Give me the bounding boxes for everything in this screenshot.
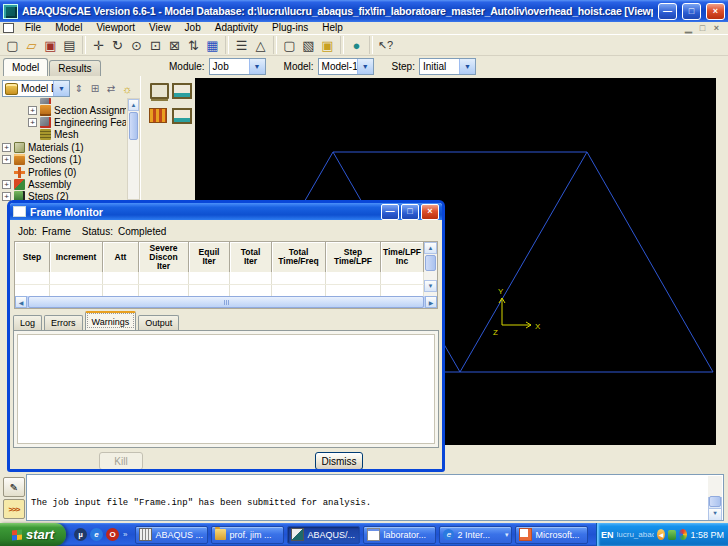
open-file-icon[interactable]: ▱	[22, 36, 41, 55]
tab-results[interactable]: Results	[49, 60, 100, 76]
menu-adaptivity[interactable]: Adaptivity	[208, 22, 265, 34]
restore-button[interactable]: □	[682, 3, 701, 20]
internet-explorer-icon[interactable]: e	[90, 528, 103, 541]
quick-launch-overflow-icon[interactable]: »	[123, 530, 127, 539]
context-help-icon[interactable]: ↖?	[376, 36, 395, 55]
wireframe-view-icon[interactable]: ▢	[280, 36, 299, 55]
utorrent-icon[interactable]: µ	[74, 528, 87, 541]
magnify-icon[interactable]: ⊙	[127, 36, 146, 55]
menu-viewport[interactable]: Viewport	[89, 22, 142, 34]
group-chevron-icon[interactable]: ▾	[505, 531, 509, 539]
language-indicator[interactable]: EN	[601, 530, 614, 540]
mdi-minimize-button[interactable]: ▁	[683, 23, 694, 33]
message-log[interactable]: The job input file "Frame.inp" has been …	[26, 474, 724, 521]
menu-view[interactable]: View	[142, 22, 178, 34]
task-button-internet-group[interactable]: e 2 Inter... ▾	[439, 526, 512, 544]
tab-model[interactable]: Model	[3, 58, 48, 76]
annotate-icon[interactable]: △	[251, 36, 270, 55]
dismiss-button[interactable]: Dismiss	[315, 452, 363, 470]
dialog-titlebar[interactable]: Frame Monitor — □ ×	[10, 203, 442, 220]
task-button-abaqus-docs[interactable]: ABAQUS ...	[135, 526, 208, 544]
task-button-abaqus-cae[interactable]: ABAQUS/...	[287, 526, 360, 544]
edit-job-icon[interactable]	[171, 106, 193, 125]
start-button[interactable]: start	[0, 523, 66, 546]
scroll-right-icon[interactable]: ▶	[425, 296, 437, 308]
table-horizontal-scrollbar[interactable]: ◀ ▶	[15, 296, 437, 308]
axis-triad	[499, 298, 531, 328]
tree-item-section-assignments[interactable]: + Section Assignm	[2, 104, 126, 116]
mdi-close-button[interactable]: ×	[711, 23, 722, 33]
tray-browser-icon[interactable]	[679, 529, 688, 540]
context-bar: Model Results Module: Job ▼ Model: Model…	[0, 56, 728, 76]
close-button[interactable]: ×	[706, 3, 725, 20]
sort-arrows-icon[interactable]: ⇕	[72, 81, 86, 96]
tree-item-profiles[interactable]: Profiles (0)	[2, 166, 126, 178]
tree-item-assembly[interactable]: + Assembly	[2, 178, 126, 190]
job-manager-icon[interactable]	[148, 81, 170, 100]
job-label: Job:	[18, 226, 37, 237]
save-icon[interactable]: ▣	[41, 36, 60, 55]
dialog-minimize-button[interactable]: —	[381, 204, 399, 220]
tab-output[interactable]: Output	[138, 315, 179, 330]
tree-item-engineering-features[interactable]: + Engineering Fea	[2, 116, 126, 128]
hide-icons-chevron-icon[interactable]: ◀	[657, 529, 666, 540]
scrollbar-thumb[interactable]	[709, 496, 721, 507]
new-file-icon[interactable]: ▢	[3, 36, 22, 55]
menu-help[interactable]: Help	[315, 22, 350, 34]
menu-model[interactable]: Model	[48, 22, 89, 34]
dialog-maximize-button[interactable]: □	[401, 204, 419, 220]
tray-app-icon[interactable]	[668, 530, 676, 540]
render-sphere-icon[interactable]: ●	[347, 36, 366, 55]
mdi-document-icon[interactable]	[3, 23, 14, 33]
scroll-left-icon[interactable]: ◀	[15, 296, 27, 308]
fit-view-icon[interactable]: ⊠	[165, 36, 184, 55]
task-button-folder[interactable]: prof. jim ...	[211, 526, 284, 544]
step-select[interactable]: Initial ▼	[419, 58, 476, 75]
menu-plugins[interactable]: Plug-ins	[265, 22, 315, 34]
menu-file[interactable]: File	[18, 22, 48, 34]
link-objects-icon[interactable]: ⇄	[104, 81, 118, 96]
menu-job[interactable]: Job	[178, 22, 208, 34]
scroll-down-icon[interactable]: ▼	[424, 280, 437, 292]
scroll-up-icon[interactable]: ▲	[424, 242, 437, 254]
hidden-line-view-icon[interactable]: ▧	[299, 36, 318, 55]
view-table-icon[interactable]: ▦	[203, 36, 222, 55]
scrollbar-thumb[interactable]	[28, 296, 424, 308]
model-select[interactable]: Model-1 ▼	[318, 58, 374, 75]
scrollbar-thumb[interactable]	[425, 255, 436, 271]
scroll-down-icon[interactable]: ▼	[708, 508, 722, 521]
tab-warnings[interactable]: Warnings	[85, 311, 137, 330]
tab-log[interactable]: Log	[13, 315, 42, 330]
shaded-view-icon[interactable]: ▣	[318, 36, 337, 55]
adaptivity-manager-icon[interactable]	[147, 106, 169, 125]
expand-all-icon[interactable]: ⊞	[88, 81, 102, 96]
table-vertical-scrollbar[interactable]: ▲ ▼	[424, 242, 437, 296]
module-select[interactable]: Job ▼	[209, 58, 266, 75]
scrollbar-thumb[interactable]	[129, 112, 138, 140]
command-prompt-icon[interactable]: >>>	[3, 499, 25, 519]
message-log-icon[interactable]: ✎	[3, 477, 25, 497]
create-job-icon[interactable]	[171, 81, 193, 100]
minimize-button[interactable]: —	[658, 3, 677, 20]
tree-item-sections[interactable]: + Sections (1)	[2, 154, 126, 166]
pan-icon[interactable]: ✛	[89, 36, 108, 55]
render-beam-icon[interactable]: ☰	[232, 36, 251, 55]
task-button-powerpoint[interactable]: Microsoft...	[515, 526, 588, 544]
hints-bulb-icon[interactable]: ☼	[120, 81, 134, 96]
tree-scrollbar[interactable]: ▲	[127, 98, 140, 200]
mdi-restore-button[interactable]: □	[697, 23, 708, 33]
tab-errors[interactable]: Errors	[44, 315, 83, 330]
scale-view-icon[interactable]: ⇅	[184, 36, 203, 55]
tree-source-select[interactable]: Model Datab ▼	[2, 80, 70, 97]
tree-item-materials[interactable]: + Materials (1)	[2, 141, 126, 153]
rotate-icon[interactable]: ↻	[108, 36, 127, 55]
print-icon[interactable]: ▤	[60, 36, 79, 55]
dialog-close-button[interactable]: ×	[421, 204, 439, 220]
zoom-region-icon[interactable]: ⊡	[146, 36, 165, 55]
kill-button[interactable]: Kill	[99, 452, 143, 470]
opera-icon[interactable]: O	[106, 528, 119, 541]
tree-item-mesh[interactable]: Mesh	[2, 129, 126, 141]
scroll-up-icon[interactable]: ▲	[128, 99, 139, 111]
message-scrollbar[interactable]: ▲ ▼	[708, 476, 722, 521]
task-button-laborator-doc[interactable]: laborator...	[363, 526, 436, 544]
